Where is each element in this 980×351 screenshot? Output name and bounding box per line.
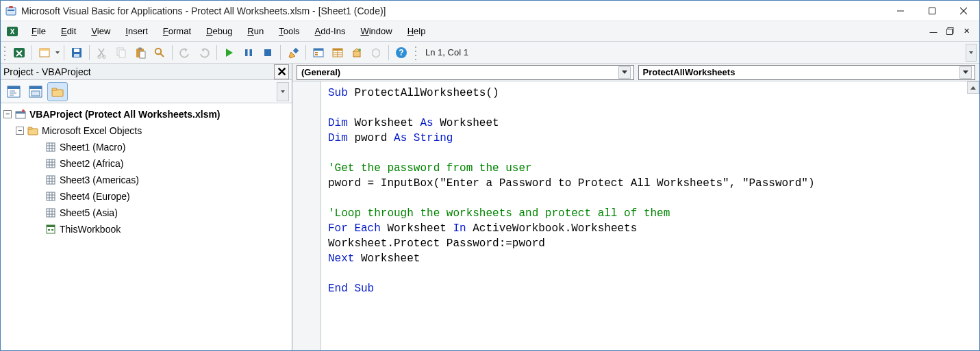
view-object-button[interactable]	[25, 82, 46, 101]
menu-format[interactable]: Format	[155, 23, 199, 40]
find-button[interactable]	[151, 44, 168, 62]
svg-rect-20	[119, 50, 125, 57]
project-pane-close-button[interactable]: ✕	[274, 64, 289, 79]
project-pane-scroll-button[interactable]	[277, 82, 289, 101]
scroll-up-button[interactable]	[967, 81, 979, 94]
svg-rect-15	[74, 49, 79, 52]
toolbar-grip[interactable]	[3, 44, 8, 61]
project-tree[interactable]: − VBAProject (Protect All Worksheets.xls…	[1, 103, 292, 350]
svg-point-40	[358, 49, 361, 51]
svg-rect-27	[250, 49, 253, 56]
tree-item-label: Sheet3 (Americas)	[60, 174, 139, 185]
toolbar-overflow-button[interactable]	[966, 44, 977, 62]
menu-insert[interactable]: Insert	[118, 23, 155, 40]
minimize-button[interactable]	[885, 1, 916, 21]
paste-button[interactable]	[131, 44, 149, 62]
svg-rect-16	[74, 54, 79, 57]
view-excel-button[interactable]	[10, 44, 28, 62]
menu-file[interactable]: File	[24, 23, 53, 40]
svg-point-24	[155, 48, 161, 53]
properties-window-button[interactable]	[329, 44, 347, 62]
chevron-down-icon[interactable]	[618, 66, 631, 79]
svg-text:?: ?	[399, 48, 403, 57]
tree-item-label: Sheet5 (Asia)	[60, 207, 118, 218]
design-mode-button[interactable]	[284, 44, 302, 62]
mdi-minimize-button[interactable]: —	[927, 25, 940, 38]
save-button[interactable]	[68, 44, 86, 62]
svg-point-18	[103, 55, 106, 58]
redo-button[interactable]	[195, 44, 213, 62]
workbook-icon	[45, 223, 57, 235]
break-button[interactable]	[240, 44, 257, 62]
menu-add-ins[interactable]: Add-Ins	[307, 23, 353, 40]
view-code-button[interactable]	[3, 82, 24, 101]
cursor-position: Ln 1, Col 1	[425, 47, 468, 57]
svg-rect-33	[315, 54, 318, 55]
tree-item-label: Sheet1 (Macro)	[60, 142, 125, 153]
menu-view[interactable]: View	[84, 23, 118, 40]
maximize-button[interactable]	[916, 1, 948, 21]
worksheet-icon	[45, 174, 57, 186]
toolbox-button[interactable]	[367, 44, 385, 62]
code-body: Sub ProtectAllWorksheets() Dim Worksheet…	[292, 81, 979, 350]
object-combo[interactable]: (General)	[297, 65, 634, 80]
svg-rect-52	[52, 88, 57, 90]
project-explorer-button[interactable]	[310, 44, 327, 62]
menu-window[interactable]: Window	[353, 23, 399, 40]
tree-item[interactable]: Sheet1 (Macro)	[3, 139, 289, 155]
collapse-icon[interactable]: −	[3, 110, 12, 118]
menu-debug[interactable]: Debug	[199, 23, 240, 40]
mdi-close-button[interactable]: ✕	[960, 25, 972, 38]
copy-button[interactable]	[112, 44, 130, 62]
code-editor[interactable]: Sub ProtectAllWorksheets() Dim Worksheet…	[321, 81, 979, 350]
cut-button[interactable]	[93, 44, 111, 62]
code-window: (General) ProtectAllWorksheets Sub Prote…	[292, 64, 979, 350]
menu-help[interactable]: Help	[400, 23, 434, 40]
menu-tools[interactable]: Tools	[271, 23, 307, 40]
worksheet-icon	[45, 207, 57, 219]
procedure-combo[interactable]: ProtectAllWorksheets	[638, 65, 976, 80]
svg-rect-32	[315, 52, 318, 53]
svg-rect-63	[47, 159, 55, 168]
tree-item[interactable]: Sheet2 (Africa)	[3, 155, 289, 172]
reset-button[interactable]	[259, 44, 277, 62]
tree-folder[interactable]: − Microsoft Excel Objects	[3, 122, 289, 139]
tree-root[interactable]: − VBAProject (Protect All Worksheets.xls…	[3, 106, 289, 122]
undo-button[interactable]	[176, 44, 194, 62]
collapse-icon[interactable]: −	[16, 127, 24, 135]
worksheet-icon	[45, 141, 57, 153]
tree-item[interactable]: Sheet4 (Europe)	[3, 188, 289, 205]
toolbar-grip-2[interactable]	[414, 44, 418, 61]
svg-rect-28	[264, 49, 271, 56]
excel-icon[interactable]: X	[5, 24, 20, 39]
svg-rect-1	[9, 6, 13, 8]
chevron-down-icon[interactable]	[959, 66, 972, 79]
procedure-combo-value: ProtectAllWorksheets	[643, 67, 960, 77]
svg-rect-73	[47, 192, 55, 200]
mdi-restore-button[interactable]	[944, 25, 956, 38]
menu-run[interactable]: Run	[240, 23, 271, 40]
insert-module-button[interactable]	[36, 44, 53, 62]
object-browser-button[interactable]	[348, 44, 366, 62]
run-button[interactable]	[221, 44, 238, 62]
insert-module-dropdown[interactable]	[55, 44, 60, 62]
tree-item-label: ThisWorkbook	[60, 224, 121, 235]
menu-edit[interactable]: Edit	[53, 23, 84, 40]
object-combo-value: (General)	[301, 67, 618, 77]
tree-item[interactable]: Sheet5 (Asia)	[3, 205, 289, 221]
svg-rect-13	[40, 49, 49, 51]
svg-text:X: X	[10, 28, 15, 36]
toggle-folders-button[interactable]	[47, 82, 68, 101]
help-button[interactable]: ?	[392, 44, 410, 62]
svg-rect-78	[47, 209, 55, 217]
vba-app-icon	[5, 5, 17, 17]
close-button[interactable]	[948, 1, 979, 21]
tree-item[interactable]: ThisWorkbook	[3, 221, 289, 237]
toolbar: ? Ln 1, Col 1	[1, 42, 979, 64]
svg-rect-49	[29, 86, 42, 89]
svg-rect-10	[946, 29, 952, 35]
svg-point-17	[98, 55, 101, 58]
svg-rect-84	[47, 225, 55, 227]
code-margin[interactable]	[292, 81, 321, 350]
tree-item[interactable]: Sheet3 (Americas)	[3, 172, 289, 188]
